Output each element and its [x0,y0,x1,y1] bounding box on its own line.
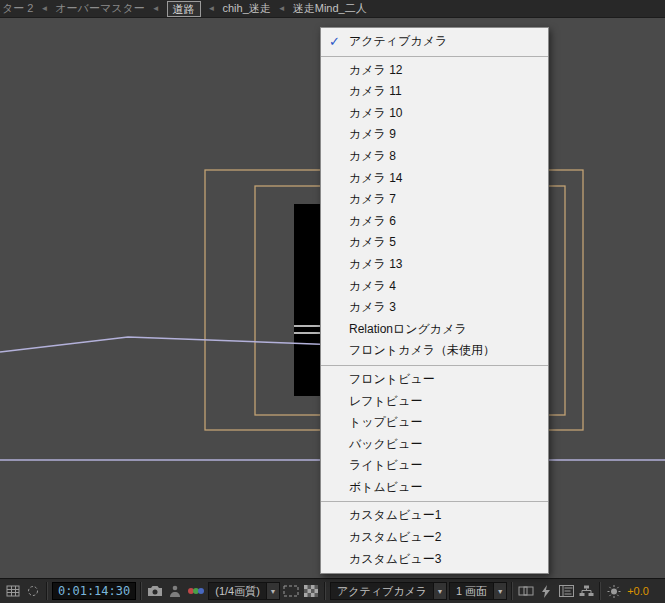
mask-outline-icon [26,585,40,597]
view-layout-combo: 1 画面 ▼ [449,582,507,600]
checkerboard-icon [304,585,318,597]
menu-item-label: カメラ 9 [349,127,396,141]
menu-item-camera-10[interactable]: カメラ 10 [321,103,548,125]
person-icon [168,585,182,597]
view-layout-popup[interactable]: 1 画面 [449,582,494,600]
resolution-dropdown-arrow[interactable]: ▼ [267,582,280,600]
menu-item-relation-long-camera[interactable]: Relationロングカメラ [321,319,548,341]
menu-item-custom-view-3[interactable]: カスタムビュー3 [321,549,548,571]
current-time-display[interactable]: 0:01:14:30 [52,582,136,600]
region-of-interest-button[interactable] [282,582,300,600]
breadcrumb-separator-icon: ◄ [278,4,286,13]
checkmark-icon: ✓ [329,31,340,53]
menu-item-camera-5[interactable]: カメラ 5 [321,232,548,254]
breadcrumb-item-4[interactable]: 迷走Mind_二人 [293,1,367,16]
breadcrumb-item-current[interactable]: 道路 [167,1,201,17]
menu-item-camera-12[interactable]: カメラ 12 [321,60,548,82]
menu-separator [321,365,548,366]
menu-separator [321,501,548,502]
menu-item-camera-6[interactable]: カメラ 6 [321,211,548,233]
mask-visibility-toggle[interactable] [24,582,42,600]
resolution-popup[interactable]: (1/4画質) [208,582,267,600]
menu-item-label: カメラ 11 [349,84,402,98]
rgb-channels-icon [186,585,206,597]
menu-item-label: カメラ 5 [349,235,396,249]
menu-item-label: ライトビュー [349,458,422,472]
roi-dashed-rect-icon [283,585,299,597]
menu-item-label: カスタムビュー1 [349,508,441,522]
menu-item-label: カスタムビュー2 [349,530,441,544]
toolbar-divider [599,582,601,600]
3d-view-dropdown-arrow[interactable]: ▼ [434,582,447,600]
pixel-aspect-toggle[interactable] [517,582,535,600]
3d-view-popup[interactable]: アクティブカメラ [330,582,434,600]
menu-item-camera-7[interactable]: カメラ 7 [321,189,548,211]
menu-item-camera-3[interactable]: カメラ 3 [321,297,548,319]
menu-item-label: アクティブカメラ [349,34,447,48]
composition-viewport[interactable]: ✓ アクティブカメラ カメラ 12 カメラ 11 カメラ 10 カメラ 9 カメ… [0,18,665,578]
exposure-reset-button[interactable] [605,582,623,600]
view-layout-dropdown-arrow[interactable]: ▼ [494,582,507,600]
menu-item-left-view[interactable]: レフトビュー [321,391,548,413]
menu-item-label: カメラ 6 [349,214,396,228]
menu-item-top-view[interactable]: トップビュー [321,412,548,434]
menu-item-camera-11[interactable]: カメラ 11 [321,81,548,103]
menu-item-camera-14[interactable]: カメラ 14 [321,168,548,190]
breadcrumb-separator-icon: ◄ [152,4,160,13]
timeline-icon [559,585,574,597]
camera-icon [147,585,163,597]
pixel-aspect-icon [518,585,534,597]
breadcrumb-item-3[interactable]: chih_迷走 [223,1,271,16]
menu-item-camera-9[interactable]: カメラ 9 [321,124,548,146]
toolbar-divider [140,582,142,600]
menu-item-label: カメラ 4 [349,279,396,293]
camera-3d-view-popup-menu: ✓ アクティブカメラ カメラ 12 カメラ 11 カメラ 10 カメラ 9 カメ… [320,27,549,574]
breadcrumb-separator-icon: ◄ [40,4,48,13]
menu-item-label: カメラ 7 [349,192,396,206]
lightning-icon [541,585,551,598]
chevron-down-icon: ▼ [497,588,504,595]
transparency-grid-toggle[interactable] [302,582,320,600]
menu-item-label: Relationロングカメラ [349,322,467,336]
exposure-sun-icon [607,585,621,598]
exposure-value[interactable]: +0.0 [625,585,651,597]
comp-panel-toolbar: 0:01:14:30 (1/4画質) ▼ [0,578,665,603]
flowchart-icon [579,585,594,597]
resolution-combo: (1/4画質) ▼ [208,582,280,600]
menu-item-front-view[interactable]: フロントビュー [321,369,548,391]
menu-item-camera-4[interactable]: カメラ 4 [321,276,548,298]
menu-item-label: カスタムビュー3 [349,552,441,566]
menu-item-back-view[interactable]: バックビュー [321,434,548,456]
timeline-button[interactable] [557,582,575,600]
menu-item-label: ボトムビュー [349,480,422,494]
fast-previews-button[interactable] [537,582,555,600]
menu-item-label: トップビュー [349,415,422,429]
snapshot-button[interactable] [146,582,164,600]
menu-item-label: カメラ 10 [349,106,403,120]
flowchart-button[interactable] [577,582,595,600]
menu-item-label: カメラ 3 [349,300,396,314]
menu-item-right-view[interactable]: ライトビュー [321,455,548,477]
menu-item-bottom-view[interactable]: ボトムビュー [321,477,548,499]
menu-item-camera-8[interactable]: カメラ 8 [321,146,548,168]
grid-icon [6,585,20,597]
menu-item-label: バックビュー [349,437,422,451]
chevron-down-icon: ▼ [436,588,443,595]
grid-guides-options-button[interactable] [4,582,22,600]
menu-item-active-camera[interactable]: ✓ アクティブカメラ [321,31,548,53]
menu-item-custom-view-2[interactable]: カスタムビュー2 [321,527,548,549]
menu-separator [321,56,548,57]
show-snapshot-button[interactable] [166,582,184,600]
menu-item-custom-view-1[interactable]: カスタムビュー1 [321,505,548,527]
menu-item-label: カメラ 12 [349,63,403,77]
breadcrumb-item-0[interactable]: ター 2 [2,1,33,16]
channels-button[interactable] [186,582,206,600]
menu-item-front-camera-unused[interactable]: フロントカメラ（未使用） [321,340,548,362]
toolbar-divider [46,582,48,600]
menu-item-camera-13[interactable]: カメラ 13 [321,254,548,276]
breadcrumb-item-1[interactable]: オーバーマスター [55,1,144,16]
menu-item-label: カメラ 13 [349,257,403,271]
breadcrumb-separator-icon: ◄ [208,4,216,13]
toolbar-divider [324,582,326,600]
comp-mini-flowchart: ター 2 ◄ オーバーマスター ◄ 道路 ◄ chih_迷走 ◄ 迷走Mind_… [0,0,665,18]
